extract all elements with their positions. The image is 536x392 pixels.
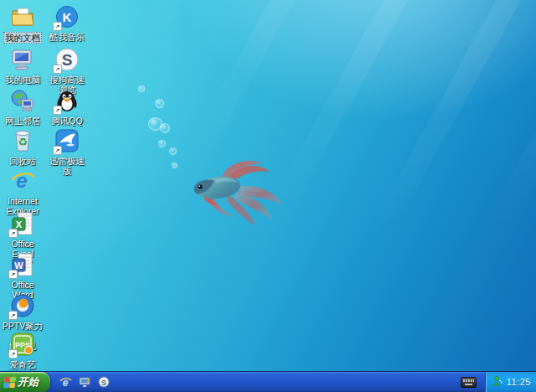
desktop-icon-label: 酷我音乐 (49, 32, 85, 42)
desktop-icon-tencent-qq[interactable]: ↗ 腾讯QQ (45, 87, 89, 126)
desktop-icon-my-computer[interactable]: 我的电脑 (1, 46, 44, 85)
desktop-icon-label: 我的文档 (3, 32, 42, 44)
pptv-icon: ↗ (9, 292, 36, 319)
recycle-bin-icon: ♻ (9, 127, 36, 154)
tray-clock[interactable]: 11:25 (507, 377, 531, 387)
pps-icon: PPS ↗ (9, 331, 36, 358)
desktop-icon-recycle-bin[interactable]: ♻ 回收站 (1, 127, 44, 166)
shortcut-arrow-icon: ↗ (53, 106, 62, 115)
thunder-icon: ↗ (54, 127, 80, 154)
wallpaper: 我的文档 我的电脑 (0, 0, 536, 371)
desktop-icon-kuwo-music[interactable]: K ↗ 酷我音乐 (45, 3, 89, 42)
bubble (160, 123, 170, 133)
svg-text:X: X (16, 219, 23, 230)
desktop-icon-my-documents[interactable]: 我的文档 (1, 3, 44, 44)
svg-text:♻: ♻ (18, 136, 28, 148)
shortcut-arrow-icon: ↗ (8, 311, 18, 320)
quick-launch: e S (59, 375, 111, 389)
internet-explorer-icon: e (9, 168, 36, 194)
bubble (158, 140, 166, 147)
start-button[interactable]: 开始 (0, 372, 50, 392)
quick-launch-sogou-icon[interactable]: S (97, 375, 111, 389)
tencent-qq-icon: ↗ (54, 87, 80, 114)
office-excel-icon: X ↗ (9, 210, 36, 237)
desktop-icon-label: 网上邻居 (5, 116, 40, 126)
office-word-icon: W ↗ (9, 251, 36, 278)
desktop-icon-network-places[interactable]: 网上邻居 (1, 87, 44, 126)
desktop-icon-internet-explorer[interactable]: e Internet Explorer (1, 168, 44, 216)
bubble (138, 85, 145, 92)
sogou-browser-icon: S ↗ (54, 46, 80, 73)
bubble (155, 99, 164, 108)
my-computer-icon (9, 46, 36, 73)
desktop-icon-label: 腾讯QQ (51, 116, 82, 126)
shortcut-arrow-icon: ↗ (8, 229, 18, 238)
desktop-screen: 我的文档 我的电脑 (0, 0, 536, 392)
tray-network-icon[interactable] (492, 374, 503, 389)
bubble (172, 162, 178, 168)
desktop-icon-label: 我的电脑 (5, 75, 40, 85)
my-documents-icon (9, 3, 36, 30)
desktop-icon-thunder-speed[interactable]: ↗ 迅雷极速版 (45, 127, 89, 176)
shortcut-arrow-icon: ↗ (53, 146, 62, 155)
quick-launch-show-desktop-icon[interactable] (78, 375, 91, 389)
shortcut-arrow-icon: ↗ (8, 349, 18, 358)
system-tray: 11:25 (485, 372, 536, 392)
svg-text:S: S (101, 379, 106, 387)
input-method-keyboard-icon[interactable] (461, 377, 477, 388)
svg-text:W: W (14, 260, 23, 271)
svg-text:S: S (62, 51, 73, 69)
betta-fish (178, 153, 286, 229)
desktop-icon-label: 迅雷极速版 (45, 156, 89, 176)
start-label: 开始 (18, 375, 39, 389)
kuwo-music-icon: K ↗ (54, 3, 80, 30)
shortcut-arrow-icon: ↗ (53, 64, 62, 74)
network-places-icon (9, 87, 36, 114)
shortcut-arrow-icon: ↗ (8, 270, 18, 279)
bubble (169, 147, 177, 155)
taskbar: 开始 e S (0, 371, 536, 392)
quick-launch-ie-icon[interactable]: e (59, 375, 72, 389)
svg-text:e: e (16, 169, 27, 192)
desktop-icon-label: 回收站 (9, 156, 36, 166)
shortcut-arrow-icon: ↗ (53, 22, 62, 31)
svg-text:K: K (63, 10, 72, 24)
windows-logo-icon (3, 377, 15, 388)
